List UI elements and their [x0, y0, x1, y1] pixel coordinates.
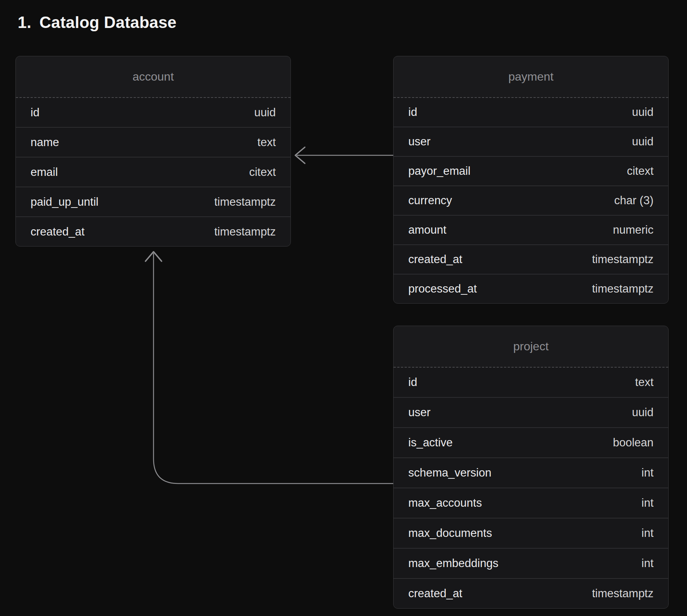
field-type: int: [641, 466, 653, 479]
table-header-project: project: [394, 326, 668, 368]
field-row: email citext: [16, 157, 290, 187]
table-name: payment: [508, 70, 554, 84]
table-header-payment: payment: [394, 56, 668, 98]
field-type: boolean: [613, 436, 653, 449]
field-name: id: [408, 376, 417, 389]
table-card-project[interactable]: project id text user uuid is_active bool…: [393, 326, 669, 609]
field-name: schema_version: [408, 466, 492, 479]
field-type: uuid: [632, 135, 653, 148]
field-row: id uuid: [16, 98, 290, 127]
fk-line-project-to-account: [154, 253, 393, 484]
fk-arrowhead-project-to-account: [145, 252, 162, 261]
field-row: currency char (3): [394, 185, 668, 215]
field-row: max_embeddings int: [394, 548, 668, 578]
fk-arrowhead-payment-to-account: [295, 147, 305, 163]
field-type: citext: [627, 164, 653, 178]
field-row: id uuid: [394, 98, 668, 127]
field-type: timestamptz: [592, 282, 653, 295]
field-name: created_at: [408, 253, 462, 266]
table-name: project: [513, 340, 549, 353]
field-name: user: [408, 406, 430, 419]
field-row: name text: [16, 127, 290, 157]
field-row: user uuid: [394, 127, 668, 156]
field-row: is_active boolean: [394, 427, 668, 457]
field-type: char (3): [614, 194, 653, 207]
field-row: max_accounts int: [394, 488, 668, 518]
diagram-canvas: 1. Catalog Database account id uuid name…: [0, 0, 687, 616]
field-name: payor_email: [408, 164, 471, 178]
field-name: created_at: [31, 225, 85, 238]
table-name: account: [133, 70, 174, 84]
field-row: created_at timestamptz: [394, 578, 668, 608]
field-name: id: [408, 106, 417, 119]
field-type: timestamptz: [214, 195, 276, 209]
field-name: max_embeddings: [408, 557, 498, 570]
field-name: is_active: [408, 436, 453, 449]
field-name: id: [31, 106, 39, 119]
field-row: created_at timestamptz: [394, 244, 668, 274]
field-name: amount: [408, 223, 446, 237]
field-name: max_documents: [408, 527, 492, 540]
field-row: max_documents int: [394, 518, 668, 548]
field-type: uuid: [632, 406, 653, 419]
field-row: paid_up_until timestamptz: [16, 187, 290, 216]
field-type: timestamptz: [214, 225, 276, 238]
field-type: text: [257, 136, 276, 149]
field-type: uuid: [632, 106, 653, 119]
field-name: currency: [408, 194, 452, 207]
field-name: paid_up_until: [31, 195, 98, 209]
field-type: timestamptz: [592, 253, 653, 266]
page-title-text: Catalog Database: [39, 13, 176, 32]
field-type: text: [635, 376, 653, 389]
page-title: 1. Catalog Database: [18, 13, 177, 32]
table-card-payment[interactable]: payment id uuid user uuid payor_email ci…: [393, 56, 669, 304]
field-type: uuid: [254, 106, 276, 119]
field-type: int: [641, 496, 653, 510]
page-title-number: 1.: [18, 13, 31, 32]
table-header-account: account: [16, 56, 290, 98]
field-row: payor_email citext: [394, 156, 668, 185]
field-name: name: [31, 136, 59, 149]
field-row: id text: [394, 368, 668, 397]
field-name: max_accounts: [408, 496, 482, 510]
field-type: numeric: [613, 223, 653, 237]
field-type: int: [641, 527, 653, 540]
field-name: processed_at: [408, 282, 477, 295]
table-card-account[interactable]: account id uuid name text email citext p…: [15, 56, 291, 247]
field-name: created_at: [408, 587, 462, 600]
field-type: int: [641, 557, 653, 570]
field-row: processed_at timestamptz: [394, 274, 668, 303]
field-row: schema_version int: [394, 457, 668, 488]
field-type: timestamptz: [592, 587, 653, 600]
field-name: user: [408, 135, 430, 148]
field-type: citext: [249, 166, 276, 179]
field-name: email: [31, 166, 58, 179]
field-row: created_at timestamptz: [16, 216, 290, 246]
field-row: amount numeric: [394, 215, 668, 244]
field-row: user uuid: [394, 397, 668, 427]
